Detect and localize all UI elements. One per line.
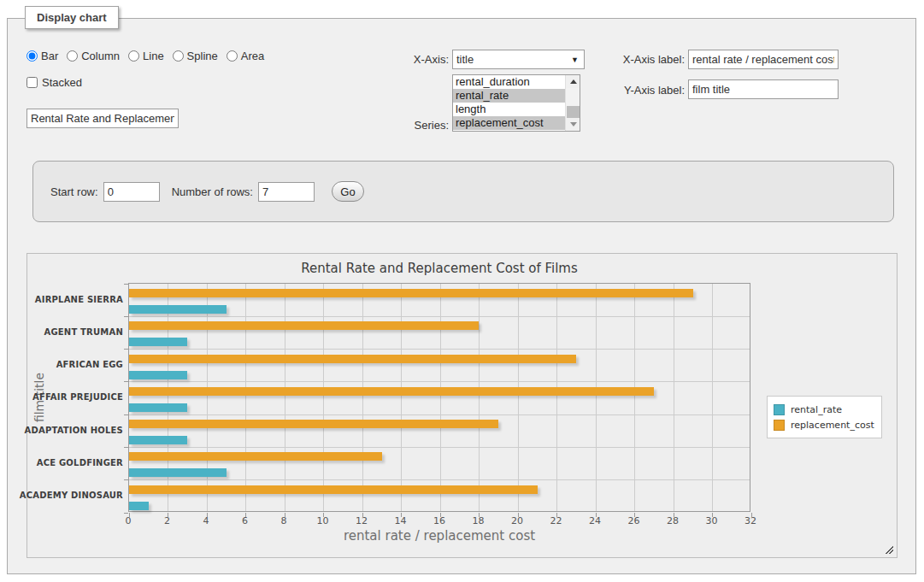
legend-swatch-replacement_cost xyxy=(774,420,785,431)
bar-replacement_cost xyxy=(129,420,498,428)
y-tick-mark xyxy=(124,349,128,350)
x-tick-label: 26 xyxy=(620,515,649,526)
chart-type-radio-group: BarColumnLineSplineArea xyxy=(26,50,264,62)
x-tick-label: 22 xyxy=(542,515,571,526)
gridline xyxy=(129,349,750,350)
legend-entry: replacement_cost xyxy=(774,417,874,432)
gridline xyxy=(479,284,480,511)
stacked-label: Stacked xyxy=(42,76,82,89)
x-tick-label: 32 xyxy=(736,515,765,526)
chart-legend: rental_ratereplacement_cost xyxy=(767,396,882,438)
x-tick-label: 16 xyxy=(425,515,454,526)
chart-type-label: Line xyxy=(143,50,164,62)
gridline xyxy=(129,381,750,382)
chart-type-option-bar: Bar xyxy=(26,50,58,62)
x-tick-label: 8 xyxy=(269,515,298,526)
resize-handle-icon[interactable] xyxy=(884,544,893,554)
x-tick-label: 10 xyxy=(309,515,338,526)
x-tick-label: 20 xyxy=(503,515,532,526)
gridline xyxy=(674,284,674,511)
y-axis-category-labels: AIRPLANE SIERRAAGENT TRUMANAFRICAN EGGAF… xyxy=(27,283,123,512)
bar-rental_rate xyxy=(129,403,187,412)
gridline xyxy=(362,284,363,511)
x-axis-label-label: X-Axis label: xyxy=(521,53,685,66)
y-tick-mark xyxy=(124,316,128,317)
x-tick-label: 12 xyxy=(347,515,376,526)
chart-title: Rental Rate and Replacement Cost of Film… xyxy=(128,261,750,276)
x-tick-label: 6 xyxy=(231,515,260,526)
stacked-checkbox[interactable] xyxy=(26,77,38,88)
x-axis-tick-labels: 02468101214161820222426283032 xyxy=(128,515,750,527)
y-axis-label-label: Y-Axis label: xyxy=(521,84,685,97)
y-tick-mark xyxy=(124,447,128,448)
chart-panel: Rental Rate and Replacement Cost of Film… xyxy=(26,253,898,558)
y-tick-mark xyxy=(124,414,128,415)
y-axis-label-input[interactable] xyxy=(688,79,839,99)
x-tick-label: 28 xyxy=(658,515,687,526)
gridline xyxy=(129,316,750,317)
bar-replacement_cost xyxy=(129,355,576,363)
x-tick-label: 4 xyxy=(191,515,221,526)
y-tick-mark xyxy=(124,513,128,514)
legend-swatch-rental_rate xyxy=(774,404,785,415)
bar-replacement_cost xyxy=(129,387,654,396)
x-tick-label: 0 xyxy=(114,515,143,526)
chart-type-option-column: Column xyxy=(67,50,120,62)
bar-rental_rate xyxy=(129,502,149,510)
chart-type-radio-line[interactable] xyxy=(128,50,139,62)
gridline xyxy=(712,284,713,511)
gridline xyxy=(129,414,750,415)
bar-rental_rate xyxy=(129,468,227,477)
chart-type-radio-area[interactable] xyxy=(227,50,238,62)
x-tick-label: 30 xyxy=(697,515,727,526)
x-tick-label: 18 xyxy=(464,515,493,526)
gridline xyxy=(440,284,441,511)
x-axis-label-input[interactable] xyxy=(688,50,839,69)
chart-type-label: Area xyxy=(241,50,264,62)
chart-type-option-area: Area xyxy=(227,50,264,62)
series-label: Series: xyxy=(363,119,449,132)
chart-type-label: Column xyxy=(81,50,120,62)
series-option-replacement_cost[interactable]: replacement_cost xyxy=(453,116,565,130)
legend-label: rental_rate xyxy=(791,404,842,415)
category-label: AFFAIR PREJUDICE xyxy=(27,381,123,414)
x-tick-label: 2 xyxy=(153,515,182,526)
chart-type-label: Spline xyxy=(187,50,218,62)
scroll-down-button[interactable] xyxy=(566,118,580,131)
category-label: AIRPLANE SIERRA xyxy=(27,283,123,315)
series-option-length[interactable]: length xyxy=(453,103,565,116)
chart-type-radio-column[interactable] xyxy=(67,50,78,62)
bar-rental_rate xyxy=(129,305,227,314)
gridline xyxy=(401,284,402,511)
legend-entry: rental_rate xyxy=(774,402,874,417)
start-row-input[interactable] xyxy=(103,182,160,202)
gridline xyxy=(556,284,557,511)
num-rows-label: Number of rows: xyxy=(172,185,253,198)
display-chart-fieldset: Display chart BarColumnLineSplineArea St… xyxy=(7,18,916,574)
x-tick-label: 24 xyxy=(580,515,609,526)
bar-replacement_cost xyxy=(129,289,693,297)
x-axis-title: rental rate / replacement cost xyxy=(128,528,750,544)
chart-type-radio-spline[interactable] xyxy=(173,50,184,62)
start-row-label: Start row: xyxy=(50,185,98,198)
gridline xyxy=(323,284,324,511)
bar-rental_rate xyxy=(129,436,187,444)
chart-type-option-spline: Spline xyxy=(173,50,218,62)
x-axis-select-label: X-Axis: xyxy=(363,53,449,66)
gridline xyxy=(245,284,246,511)
bar-rental_rate xyxy=(129,371,187,379)
page: Display chart BarColumnLineSplineArea St… xyxy=(0,0,924,582)
bar-rental_rate xyxy=(129,338,187,346)
chart-title-input[interactable] xyxy=(26,109,179,128)
gridline xyxy=(129,447,750,448)
go-button[interactable]: Go xyxy=(332,181,364,202)
gridline xyxy=(518,284,519,511)
stacked-row: Stacked xyxy=(26,76,82,89)
bar-replacement_cost xyxy=(129,452,382,461)
y-tick-mark xyxy=(124,479,128,480)
chart-type-radio-bar[interactable] xyxy=(26,50,38,62)
num-rows-input[interactable] xyxy=(258,182,315,202)
plot-area xyxy=(128,283,750,512)
category-label: ACADEMY DINOSAUR xyxy=(27,479,123,512)
gridline xyxy=(129,479,750,480)
